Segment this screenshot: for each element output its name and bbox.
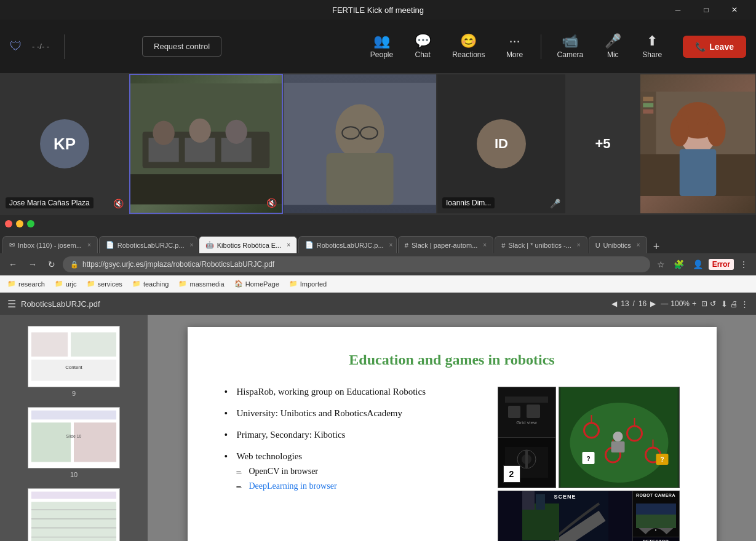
ioannis-mic-icon: 🎤 — [550, 199, 560, 208]
sub-deeplearning-link[interactable]: DeepLearning in browser — [249, 481, 337, 491]
pdf-zoom-out-button[interactable]: — — [661, 299, 668, 308]
tab-unibotics[interactable]: U Unibotics × — [589, 236, 647, 253]
scene-label: SCENE — [554, 494, 576, 500]
pdf-num-badge: 2 — [503, 465, 520, 483]
svg-point-19 — [670, 115, 689, 146]
menu-button[interactable]: ⋮ — [736, 258, 751, 271]
svg-point-5 — [153, 121, 174, 145]
video-tile-more[interactable]: +5 — [566, 74, 640, 214]
pdf-menu-button[interactable]: ☰ — [7, 298, 16, 310]
traffic-light-minimize[interactable] — [16, 220, 23, 227]
svg-rect-8 — [130, 174, 282, 204]
ioannis-avatar: ID — [477, 119, 526, 168]
reactions-button[interactable]: 😊 Reactions — [444, 30, 493, 64]
bookmark-teaching[interactable]: 📁 teaching — [130, 278, 172, 289]
tab-favicon-slack1: # — [405, 242, 408, 249]
share-button[interactable]: ⬆ Share — [634, 30, 670, 64]
pdf-options-button[interactable]: ⋮ — [741, 299, 749, 309]
video-tile-kp[interactable]: KP Jose María Cañas Plaza 🔇 — [0, 74, 129, 214]
people-button[interactable]: 👥 People — [362, 30, 402, 64]
video-tile-person[interactable] — [283, 74, 437, 214]
mic-icon: 🎤 — [605, 34, 621, 48]
svg-rect-28 — [71, 333, 116, 357]
pdf-next-button[interactable]: ▶ — [650, 299, 656, 308]
reactions-label: Reactions — [452, 50, 485, 59]
pdf-download-button[interactable]: ⬇ — [721, 299, 728, 309]
chat-button[interactable]: 💬 Chat — [404, 30, 441, 64]
error-button[interactable]: Error — [709, 259, 734, 270]
request-control-button[interactable]: Request control — [142, 36, 221, 57]
thumbnail-11[interactable]: 11 — [0, 483, 148, 541]
tab-favicon-slack2: # — [501, 242, 505, 249]
tab-inbox[interactable]: ✉ Inbox (110) - josem... × — [2, 236, 98, 253]
tab-close-roboticslab1[interactable]: × — [190, 242, 194, 248]
profile-button[interactable]: 👤 — [690, 258, 706, 271]
star-button[interactable]: ☆ — [654, 258, 668, 271]
tab-slack1[interactable]: # Slack | paper-autom... × — [398, 236, 493, 253]
tab-close-roboticslab2[interactable]: × — [389, 242, 393, 248]
svg-rect-32 — [31, 411, 116, 420]
tab-label-kibotics: Kibotics Robótica E... — [217, 242, 282, 249]
bookmark-urjc[interactable]: 📁 urjc — [52, 278, 79, 289]
new-tab-button[interactable]: + — [648, 240, 665, 253]
kp-name: Jose María Cañas Plaza — [6, 197, 94, 208]
pdf-print-button[interactable]: 🖨 — [730, 299, 738, 309]
svg-rect-33 — [31, 422, 71, 462]
pdf-content[interactable]: Education and games in robotics HispaRob… — [148, 315, 756, 541]
camera-button[interactable]: 📹 Camera — [549, 30, 592, 64]
thumb-img-10: Slide 10 — [28, 407, 120, 468]
person-video-svg — [284, 74, 436, 213]
svg-rect-27 — [31, 333, 68, 357]
traffic-light-fullscreen[interactable] — [27, 220, 34, 227]
tab-slack2[interactable]: # Slack | * unibotics -... × — [495, 236, 587, 253]
pdf-rotate-button[interactable]: ↺ — [710, 299, 716, 308]
extensions-button[interactable]: 🧩 — [670, 258, 687, 271]
url-bar[interactable]: 🔒 https://gsyc.urjc.es/jmplaza/robotica/… — [63, 256, 650, 272]
more-icon: ··· — [509, 34, 520, 48]
more-button[interactable]: ··· More — [496, 30, 533, 64]
video-tile-ioannis[interactable]: ID Ioannis Dim... 🎤 — [437, 74, 566, 214]
svg-rect-24 — [643, 103, 653, 108]
shield-icon: 🛡 — [10, 39, 22, 53]
tab-close-inbox[interactable]: × — [87, 242, 91, 248]
bookmark-massmedia[interactable]: 📁 massmedia — [176, 278, 226, 289]
bookmark-homepage[interactable]: 🏠 HomePage — [232, 278, 282, 289]
minimize-button[interactable]: ─ — [664, 0, 692, 20]
tab-close-kibotics[interactable]: × — [287, 242, 290, 248]
tab-roboticslab2[interactable]: 📄 RoboticsLabURJC.p... × — [298, 236, 397, 253]
back-button[interactable]: ← — [5, 257, 21, 272]
meeting-code: - -/- - — [32, 42, 49, 51]
tab-close-unibotics[interactable]: × — [637, 242, 640, 248]
pdf-viewer: ☰ RoboticsLabURJC.pdf ◀ 13 / 16 ▶ — 100%… — [0, 293, 756, 541]
pdf-fit-button[interactable]: ⊡ — [701, 299, 707, 308]
bookmark-services[interactable]: 📁 services — [84, 278, 125, 289]
close-button[interactable]: ✕ — [720, 0, 749, 20]
pdf-bullet-list: HispaRob, working group on Educational R… — [225, 387, 475, 502]
share-icon: ⬆ — [647, 34, 658, 48]
home-video-svg — [640, 74, 755, 213]
mic-button[interactable]: 🎤 Mic — [594, 30, 631, 64]
bookmark-imported[interactable]: 📁 Imported — [287, 278, 329, 289]
toolbar: 🛡 - -/- - Request control 👥 People 💬 Cha… — [0, 20, 756, 74]
thumbnail-9[interactable]: Content 9 — [0, 321, 148, 402]
reload-button[interactable]: ↻ — [44, 257, 59, 272]
svg-point-7 — [225, 120, 247, 144]
traffic-light-close[interactable] — [5, 220, 12, 227]
svg-rect-11 — [326, 153, 393, 205]
tab-kibotics[interactable]: 🤖 Kibotics Robótica E... × — [199, 236, 297, 253]
bookmark-research[interactable]: 📁 research — [5, 278, 47, 289]
restore-button[interactable]: □ — [692, 0, 720, 20]
tab-close-slack1[interactable]: × — [483, 242, 487, 248]
forward-button[interactable]: → — [25, 257, 41, 272]
video-tile-home[interactable] — [640, 74, 756, 214]
thumbnail-10[interactable]: Slide 10 10 — [0, 402, 148, 483]
pdf-prev-button[interactable]: ◀ — [611, 299, 617, 308]
svg-point-6 — [189, 119, 210, 143]
leave-button[interactable]: 📞 Leave — [683, 36, 746, 58]
video-tile-room[interactable]: 🔇 — [129, 74, 283, 214]
tab-close-slack2[interactable]: × — [577, 242, 581, 248]
pdf-zoom-in-button[interactable]: + — [692, 299, 696, 308]
tab-roboticslab1[interactable]: 📄 RoboticsLabURJC.p... × — [99, 236, 197, 253]
browser-area: ✉ Inbox (110) - josem... × 📄 RoboticsLab… — [0, 215, 756, 541]
camera-icon: 📹 — [562, 34, 578, 48]
